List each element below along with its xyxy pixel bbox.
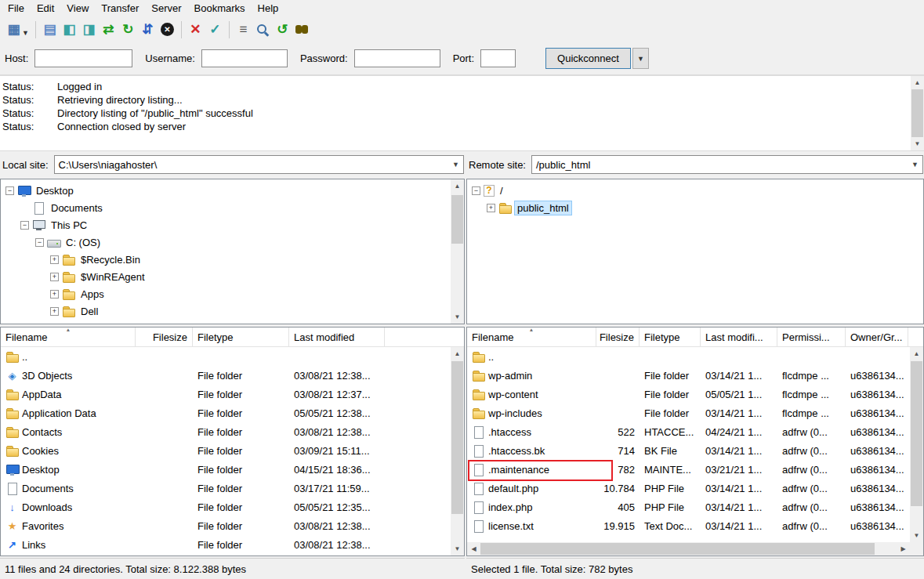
scroll-down-icon[interactable]: ▼ xyxy=(451,542,464,555)
file-row[interactable]: ★FavoritesFile folder03/08/21 12:38... xyxy=(1,516,451,535)
file-row[interactable]: .htaccess.bk714BK File03/14/21 1...adfrw… xyxy=(467,441,910,460)
column-header-size[interactable]: Filesize xyxy=(136,327,193,346)
column-header-modified[interactable]: Last modifi... xyxy=(701,327,777,346)
file-row[interactable]: ↓DownloadsFile folder05/05/21 12:35... xyxy=(1,498,451,516)
file-row[interactable]: .. xyxy=(467,347,910,366)
scroll-down-icon[interactable]: ▼ xyxy=(451,310,464,324)
tree-item-winreagent[interactable]: +$WinREAgent xyxy=(1,268,464,285)
expander-icon[interactable]: + xyxy=(50,290,59,299)
tree-item-dell[interactable]: +Dell xyxy=(1,302,464,320)
scrollbar-thumb[interactable] xyxy=(480,543,875,555)
menu-item-help[interactable]: Help xyxy=(252,1,285,16)
scroll-down-icon[interactable]: ▼ xyxy=(911,137,924,150)
site-manager-button[interactable]: ▦ xyxy=(4,20,24,39)
column-header-name[interactable]: Filename▲ xyxy=(467,327,596,346)
refresh-button[interactable]: ↻ xyxy=(118,20,138,39)
expander-icon[interactable]: + xyxy=(50,307,59,316)
local-site-combobox[interactable]: C:\Users\niagahoster\ ▼ xyxy=(54,155,464,174)
column-header-perms[interactable]: Permissi... xyxy=(777,327,846,346)
menu-item-transfer[interactable]: Transfer xyxy=(95,1,145,16)
quickconnect-dropdown-button[interactable]: ▼ xyxy=(632,48,649,69)
column-header-type[interactable]: Filetype xyxy=(193,327,289,346)
tree-item-desktop[interactable]: −Desktop xyxy=(1,182,464,199)
scrollbar-thumb[interactable] xyxy=(451,195,463,244)
file-row[interactable]: .htaccess522HTACCE...04/24/21 1...adfrw … xyxy=(467,422,910,441)
toggle-remote-tree-button[interactable]: ◨ xyxy=(79,20,99,39)
file-row[interactable]: Application DataFile folder05/05/21 12:3… xyxy=(1,403,451,422)
tree-item-recycle-bin[interactable]: +$Recycle.Bin xyxy=(1,251,464,268)
file-row[interactable]: ◈3D ObjectsFile folder03/08/21 12:38... xyxy=(1,366,451,385)
scroll-up-icon[interactable]: ▲ xyxy=(911,76,924,89)
menu-item-bookmarks[interactable]: Bookmarks xyxy=(188,1,252,16)
column-header-size[interactable]: Filesize xyxy=(596,327,640,346)
expander-icon[interactable]: + xyxy=(50,273,59,281)
column-header-type[interactable]: Filetype xyxy=(640,327,701,346)
scrollbar-thumb[interactable] xyxy=(911,361,922,506)
find-files-button[interactable] xyxy=(292,20,312,39)
column-header-owner[interactable]: Owner/Gr... xyxy=(846,327,908,346)
tree-item-c-os[interactable]: −C: (OS) xyxy=(1,233,464,251)
column-header-name[interactable]: Filename▲ xyxy=(1,327,136,346)
file-row[interactable]: license.txt19.915Text Doc...03/14/21 1..… xyxy=(467,516,910,535)
cancel-button[interactable]: ✕ xyxy=(158,20,177,39)
port-input[interactable] xyxy=(480,49,516,67)
expander-icon[interactable]: + xyxy=(487,204,495,212)
local-list-scrollbar[interactable]: ▲ ▼ xyxy=(451,347,464,555)
tree-item-root[interactable]: −?/ xyxy=(467,182,923,199)
file-row[interactable]: .. xyxy=(1,347,451,366)
toggle-local-tree-button[interactable]: ◧ xyxy=(60,20,79,39)
menu-item-file[interactable]: File xyxy=(2,1,31,16)
file-row[interactable]: wp-includesFile folder03/14/21 1...flcdm… xyxy=(467,403,910,422)
tree-item-documents[interactable]: Documents xyxy=(1,199,464,216)
menu-item-view[interactable]: View xyxy=(60,1,95,16)
file-row[interactable]: wp-adminFile folder03/14/21 1...flcdmpe … xyxy=(467,366,910,385)
scroll-down-icon[interactable]: ▼ xyxy=(910,529,923,542)
file-row[interactable]: ContactsFile folder03/08/21 12:38... xyxy=(1,422,451,441)
expander-icon[interactable]: − xyxy=(35,238,44,247)
disconnect-button[interactable]: ✕ xyxy=(186,20,205,39)
directory-filters-button[interactable]: ≡ xyxy=(234,20,253,39)
file-row[interactable]: default.php10.784PHP File03/14/21 1...ad… xyxy=(467,479,910,498)
file-row[interactable]: CookiesFile folder03/09/21 15:11... xyxy=(1,441,451,460)
file-row[interactable]: index.php405PHP File03/14/21 1...adfrw (… xyxy=(467,498,910,516)
file-row[interactable]: AppDataFile folder03/08/21 12:37... xyxy=(1,385,451,403)
file-row[interactable]: wp-contentFile folder05/05/21 1...flcdmp… xyxy=(467,385,910,403)
process-queue-button[interactable]: ⇵ xyxy=(138,20,158,39)
scroll-up-icon[interactable]: ▲ xyxy=(910,347,923,360)
remote-list-vscrollbar[interactable]: ▲ ▼ xyxy=(910,347,923,542)
remote-site-combobox[interactable]: /public_html ▼ xyxy=(531,155,923,174)
reconnect-button[interactable]: ✓ xyxy=(205,20,225,39)
synchronized-browsing-button[interactable]: ↺ xyxy=(273,20,292,39)
file-row[interactable]: DesktopFile folder04/15/21 18:36... xyxy=(1,460,451,479)
scroll-left-icon[interactable]: ◀ xyxy=(467,542,480,555)
menu-item-edit[interactable]: Edit xyxy=(31,1,60,16)
status-log-scrollbar[interactable]: ▲ ▼ xyxy=(911,76,924,150)
tree-item-public-html[interactable]: +public_html xyxy=(467,199,923,216)
column-header-modified[interactable]: Last modified xyxy=(289,327,385,346)
menu-item-server[interactable]: Server xyxy=(145,1,187,16)
directory-comparison-button[interactable] xyxy=(253,20,273,39)
scroll-right-icon[interactable]: ▶ xyxy=(897,542,910,555)
expander-icon[interactable]: − xyxy=(472,186,480,195)
scroll-up-icon[interactable]: ▲ xyxy=(451,179,464,193)
tree-item-apps[interactable]: +Apps xyxy=(1,285,464,302)
toggle-transfer-queue-button[interactable]: ⇄ xyxy=(99,20,118,39)
expander-icon[interactable]: − xyxy=(5,186,14,195)
expander-icon[interactable]: + xyxy=(50,255,59,264)
scroll-up-icon[interactable]: ▲ xyxy=(451,347,464,360)
password-input[interactable] xyxy=(354,49,440,67)
file-row[interactable]: DocumentsFile folder03/17/21 11:59... xyxy=(1,479,451,498)
file-row[interactable]: .maintenance782MAINTE...03/21/21 1...adf… xyxy=(467,460,910,479)
host-input[interactable] xyxy=(34,49,132,67)
quickconnect-button[interactable]: Quickconnect xyxy=(545,48,631,69)
remote-list-hscrollbar[interactable]: ◀ ▶ xyxy=(467,542,910,555)
scrollbar-thumb[interactable] xyxy=(911,89,923,137)
username-input[interactable] xyxy=(201,49,288,67)
cell-size: 19.915 xyxy=(596,516,640,535)
file-row[interactable]: ↗LinksFile folder03/08/21 12:38... xyxy=(1,535,451,554)
toggle-message-log-button[interactable]: ▤ xyxy=(40,20,60,39)
scrollbar-thumb[interactable] xyxy=(451,361,463,514)
tree-item-this-pc[interactable]: −This PC xyxy=(1,216,464,233)
expander-icon[interactable]: − xyxy=(20,221,29,230)
local-tree-scrollbar[interactable]: ▲ ▼ xyxy=(451,179,464,324)
